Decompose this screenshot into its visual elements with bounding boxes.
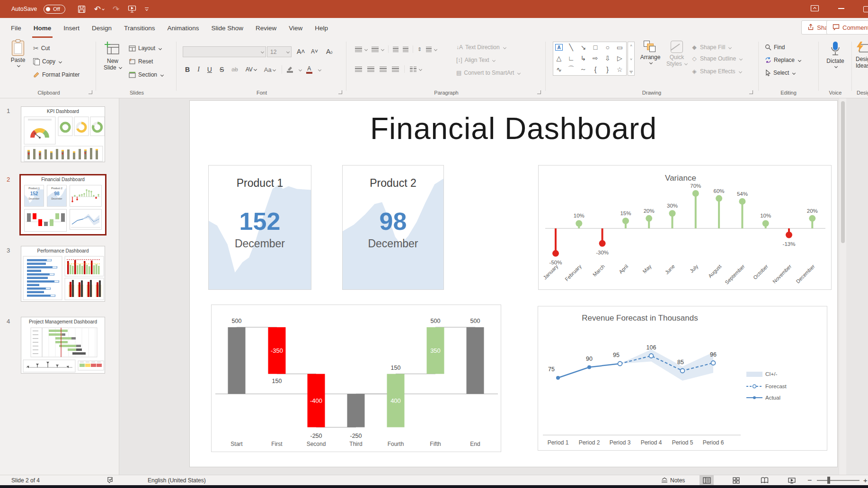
arc-shape-icon[interactable]: ⌒ bbox=[566, 64, 577, 75]
maximize-button[interactable] bbox=[863, 6, 868, 12]
tab-view[interactable]: View bbox=[283, 18, 309, 38]
shapes-gallery-scroll[interactable]: ˄ ˅ ˅ bbox=[628, 42, 635, 76]
redo-icon[interactable]: ↷ bbox=[113, 4, 119, 14]
slide-title[interactable]: Financial Dashboard bbox=[190, 111, 837, 146]
tab-review[interactable]: Review bbox=[249, 18, 283, 38]
format-painter-button[interactable]: Format Painter bbox=[33, 69, 80, 80]
clear-formatting-button[interactable]: A◊ bbox=[325, 46, 334, 57]
change-case-button[interactable]: Aa bbox=[263, 66, 277, 73]
rounded-rectangle-shape-icon[interactable]: ▭ bbox=[614, 42, 625, 52]
underline-button[interactable]: U bbox=[206, 66, 213, 73]
vertical-scrollbar[interactable] bbox=[839, 98, 846, 475]
waterfall-chart-card[interactable]: 500Start-350150First-400-250Second-250Th… bbox=[211, 305, 501, 452]
character-spacing-button[interactable]: AV bbox=[244, 66, 258, 73]
save-icon[interactable] bbox=[78, 5, 86, 13]
tab-animations[interactable]: Animations bbox=[161, 18, 205, 38]
scribble-shape-icon[interactable]: ∿ bbox=[553, 64, 565, 75]
zoom-slider[interactable] bbox=[817, 480, 859, 481]
left-brace-shape-icon[interactable]: { bbox=[590, 64, 601, 75]
rectangle-shape-icon[interactable]: □ bbox=[590, 42, 601, 52]
line-spacing-icon[interactable]: ⇕ bbox=[417, 46, 422, 52]
justify-icon[interactable] bbox=[392, 67, 399, 72]
layout-button[interactable]: Layout bbox=[129, 43, 163, 54]
notes-button[interactable]: Notes bbox=[661, 475, 685, 485]
tab-transitions[interactable]: Transitions bbox=[118, 18, 161, 38]
section-button[interactable]: Section bbox=[129, 69, 163, 80]
gallery-more-icon[interactable]: ˅ bbox=[629, 71, 633, 74]
flowchart-shape-icon[interactable]: ▷ bbox=[614, 53, 625, 63]
thumbnail-slide-3[interactable]: Performance Dashboard bbox=[21, 246, 105, 302]
tab-slide-show[interactable]: Slide Show bbox=[205, 18, 249, 38]
thumbnail-slide-1[interactable]: KPI Dashboard bbox=[21, 106, 105, 162]
decrease-indent-icon[interactable] bbox=[393, 47, 399, 52]
start-presentation-icon[interactable] bbox=[128, 5, 136, 13]
oval-shape-icon[interactable]: ○ bbox=[602, 42, 613, 52]
undo-icon[interactable]: ↶ bbox=[94, 4, 104, 14]
align-center-icon[interactable] bbox=[367, 67, 374, 72]
font-dialog-launcher[interactable] bbox=[338, 90, 342, 94]
zoom-in-button[interactable]: + bbox=[863, 475, 868, 485]
select-button[interactable]: Select bbox=[765, 67, 801, 78]
tab-design[interactable]: Design bbox=[86, 18, 118, 38]
align-right-icon[interactable] bbox=[380, 67, 387, 72]
slideshow-view-button[interactable] bbox=[785, 475, 799, 485]
tab-file[interactable]: File bbox=[5, 18, 27, 38]
paste-button[interactable]: Paste bbox=[5, 41, 31, 67]
shape-outline-button[interactable]: ◇Shape Outline bbox=[691, 53, 742, 64]
bold-button[interactable]: B bbox=[184, 66, 191, 73]
line-shape-icon[interactable]: ╲ bbox=[566, 42, 577, 52]
numbering-icon[interactable] bbox=[372, 47, 379, 52]
slide-editing-area[interactable]: Financial Dashboard Product 1 152 Decemb… bbox=[189, 100, 838, 467]
zoom-slider-thumb[interactable] bbox=[827, 477, 830, 484]
arrange-button[interactable]: Arrange bbox=[638, 41, 663, 64]
clipboard-dialog-launcher[interactable] bbox=[89, 90, 92, 94]
highlight-color-button[interactable] bbox=[287, 66, 293, 73]
cut-button[interactable]: ✂Cut bbox=[33, 43, 80, 54]
increase-font-size-button[interactable]: A˄ bbox=[295, 46, 307, 57]
text-direction-button[interactable]: ↓AText Direction bbox=[456, 42, 520, 53]
thumbnail-slide-2-selected[interactable]: Financial Dashboard Product 1 152 Decemb… bbox=[19, 174, 106, 235]
product2-card[interactable]: Product 2 98 December bbox=[342, 165, 444, 290]
shapes-gallery[interactable]: A ╲ ↘ □ ○ ▭ △ ∟ ↳ ⇨ ⇩ ▷ ∿ ⌒ ～ { } ☆ bbox=[553, 42, 627, 76]
align-text-button[interactable]: [↕]Align Text bbox=[456, 54, 520, 66]
align-left-icon[interactable] bbox=[355, 67, 362, 72]
replace-button[interactable]: Replace bbox=[765, 54, 801, 66]
font-color-button[interactable]: A bbox=[306, 66, 312, 74]
tab-insert[interactable]: Insert bbox=[57, 18, 86, 38]
triangle-shape-icon[interactable]: △ bbox=[553, 53, 565, 63]
ribbon-display-options-icon[interactable] bbox=[810, 4, 819, 14]
scrollbar-thumb[interactable] bbox=[841, 101, 845, 243]
drawing-dialog-launcher[interactable] bbox=[749, 90, 753, 94]
curve-shape-icon[interactable]: ～ bbox=[577, 64, 589, 75]
customize-qat-icon[interactable] bbox=[145, 8, 149, 10]
comments-button[interactable]: Comments bbox=[826, 20, 868, 35]
tab-home[interactable]: Home bbox=[27, 18, 58, 38]
slide-sorter-view-button[interactable] bbox=[729, 475, 743, 485]
text-box-shape-icon[interactable]: A bbox=[555, 44, 563, 51]
spell-check-icon[interactable] bbox=[107, 475, 115, 485]
new-slide-button[interactable]: NewSlide bbox=[99, 41, 126, 71]
autosave-toggle[interactable]: Off bbox=[44, 5, 65, 14]
paragraph-dialog-launcher[interactable] bbox=[537, 90, 541, 94]
reset-button[interactable]: Reset bbox=[129, 56, 163, 67]
right-brace-shape-icon[interactable]: } bbox=[602, 64, 613, 75]
designer-button[interactable]: DesignIdeas bbox=[856, 41, 868, 69]
tab-help[interactable]: Help bbox=[309, 18, 334, 38]
elbow-arrow-connector-icon[interactable]: ↳ bbox=[577, 53, 589, 63]
shape-effects-button[interactable]: ◈Shape Effects bbox=[691, 66, 742, 77]
down-arrow-shape-icon[interactable]: ⇩ bbox=[602, 53, 613, 63]
find-button[interactable]: Find bbox=[765, 42, 801, 53]
zoom-out-button[interactable]: − bbox=[807, 475, 812, 485]
columns-icon[interactable] bbox=[410, 67, 416, 72]
normal-view-button[interactable] bbox=[700, 475, 714, 485]
right-arrow-shape-icon[interactable]: ⇨ bbox=[590, 53, 601, 63]
arrow-shape-icon[interactable]: ↘ bbox=[577, 42, 589, 52]
star-shape-icon[interactable]: ☆ bbox=[614, 64, 625, 75]
dictate-button[interactable]: Dictate bbox=[822, 41, 849, 68]
italic-button[interactable]: I bbox=[196, 66, 201, 73]
language-status[interactable]: English (United States) bbox=[148, 475, 206, 485]
product1-card[interactable]: Product 1 152 December bbox=[208, 165, 311, 290]
strikethrough-button[interactable]: S bbox=[218, 66, 225, 73]
copy-button[interactable]: Copy bbox=[33, 56, 80, 67]
elbow-connector-icon[interactable]: ∟ bbox=[566, 53, 577, 63]
